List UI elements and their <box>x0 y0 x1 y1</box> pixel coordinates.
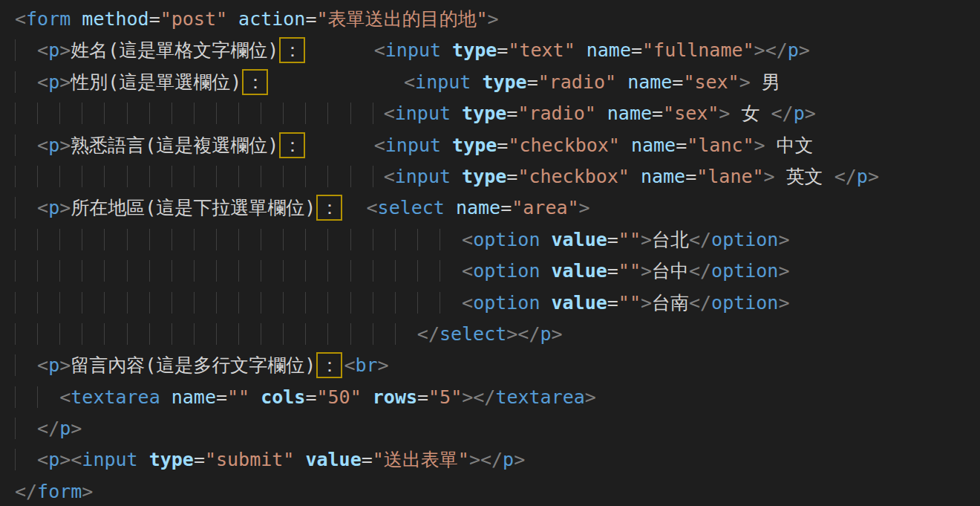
token-punctuation: < <box>37 197 48 218</box>
token-whitespace <box>540 292 551 314</box>
token-punctuation: < <box>404 71 415 93</box>
token-whitespace <box>227 8 238 30</box>
token-whitespace <box>596 103 607 124</box>
token-equals: = <box>607 292 618 314</box>
token-tag: option <box>473 229 540 250</box>
token-attribute-value: "" <box>618 260 641 282</box>
token-whitespace <box>540 229 551 250</box>
code-line: <input type="radio" name="sex"> 女 </p> <box>15 98 980 129</box>
token-punctuation: > <box>868 166 879 187</box>
token-tag: input <box>82 449 137 470</box>
token-punctuation: </ <box>689 292 711 314</box>
token-punctuation: < <box>384 103 395 124</box>
token-attribute-name: value <box>552 229 607 250</box>
token-whitespace <box>616 71 627 93</box>
token-tag: option <box>473 260 540 282</box>
token-tag: input <box>415 71 471 93</box>
token-punctuation: > <box>59 449 71 470</box>
token-tag: p <box>503 449 514 470</box>
token-punctuation: > <box>59 39 71 61</box>
code-line: <option value="">台北</option> <box>15 224 980 256</box>
token-text: 姓名(這是單格文字欄位) <box>71 39 278 61</box>
token-text: 台南 <box>652 292 689 314</box>
token-punctuation: > <box>514 449 525 470</box>
token-attribute-value: "checkbox" <box>508 134 620 156</box>
token-equals: = <box>672 71 683 93</box>
token-attribute-value: "表單送出的目的地" <box>316 8 487 30</box>
token-equals: = <box>497 39 508 61</box>
token-attribute-name: value <box>305 449 361 470</box>
token-attribute-name: value <box>552 260 607 282</box>
token-punctuation: > <box>799 39 810 61</box>
indent-guides <box>15 197 37 218</box>
token-punctuation: < <box>374 39 385 61</box>
indent-guides <box>15 323 417 345</box>
indent-guides <box>15 449 37 470</box>
token-equals: = <box>506 103 517 124</box>
token-text: 女 <box>730 103 771 124</box>
token-whitespace <box>344 197 366 218</box>
token-whitespace <box>441 39 452 61</box>
token-punctuation: > <box>641 260 652 282</box>
token-punctuation: < <box>374 134 385 156</box>
token-attribute-name: value <box>552 292 607 314</box>
token-tag: p <box>794 103 805 124</box>
code-line: <p>姓名(這是單格文字欄位)： <input type="text" name… <box>15 35 980 66</box>
token-whitespace <box>451 166 462 187</box>
token-punctuation: > <box>754 134 765 156</box>
token-tag: br <box>355 354 377 376</box>
token-tag: p <box>48 354 59 376</box>
token-punctuation: </ <box>480 449 503 470</box>
indent-guides <box>15 103 384 124</box>
unicode-highlight-box: ： <box>316 195 342 221</box>
token-punctuation: > <box>469 449 480 470</box>
token-attribute-value: "fullname" <box>642 39 754 61</box>
token-punctuation: < <box>462 260 473 282</box>
token-tag: p <box>48 39 59 61</box>
token-punctuation: > <box>579 197 590 218</box>
token-equals: = <box>149 8 160 30</box>
token-attribute-value: "radio" <box>517 103 595 124</box>
token-punctuation: < <box>462 229 473 250</box>
token-equals: = <box>652 103 663 124</box>
token-whitespace <box>362 386 373 408</box>
code-line: <textarea name="" cols="50" rows="5"></t… <box>15 382 980 413</box>
token-whitespace <box>441 134 452 156</box>
token-whitespace <box>620 134 631 156</box>
token-punctuation: > <box>59 71 71 93</box>
token-tag: textarea <box>71 386 160 408</box>
token-punctuation: </ <box>834 166 857 187</box>
token-whitespace <box>575 39 587 61</box>
token-punctuation: > <box>778 292 789 314</box>
indent-guides <box>15 354 37 376</box>
token-punctuation: < <box>15 8 26 30</box>
token-punctuation: > <box>71 418 82 439</box>
token-attribute-name: type <box>452 39 497 61</box>
indent-guides <box>15 39 37 61</box>
token-tag: input <box>395 166 451 187</box>
token-punctuation: < <box>71 449 82 470</box>
indent-guides <box>15 260 462 282</box>
token-punctuation: > <box>585 386 596 408</box>
token-text: 留言內容(這是多行文字欄位) <box>71 354 316 376</box>
token-equals: = <box>506 166 517 187</box>
token-tag: select <box>378 197 445 218</box>
token-punctuation: </ <box>37 418 59 439</box>
token-attribute-value: "lanc" <box>687 134 754 156</box>
token-text: 熟悉語言(這是複選欄位) <box>71 134 278 156</box>
token-tag: p <box>48 134 59 156</box>
token-text: 台北 <box>652 229 689 250</box>
token-tag: p <box>48 449 59 470</box>
token-punctuation: </ <box>473 386 495 408</box>
token-tag: input <box>385 39 441 61</box>
token-punctuation: > <box>754 39 765 61</box>
token-attribute-name: name <box>631 134 676 156</box>
token-whitespace <box>451 103 462 124</box>
code-line: <option value="">台南</option> <box>15 288 980 319</box>
token-whitespace <box>630 166 641 187</box>
token-tag: option <box>711 229 778 250</box>
token-punctuation: < <box>462 292 473 314</box>
token-text: 男 <box>751 71 780 93</box>
token-tag: p <box>788 39 799 61</box>
code-editor[interactable]: <form method="post" action="表單送出的目的地"> <… <box>0 0 980 506</box>
